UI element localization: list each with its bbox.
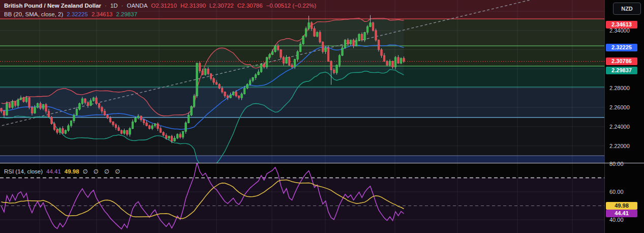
- candle-down: [40, 104, 41, 108]
- candle-down: [3, 111, 5, 115]
- candle-down: [163, 132, 164, 135]
- timeframe-label[interactable]: 1D: [110, 2, 118, 9]
- bb-indicator-title[interactable]: BB (20, SMA, close, 2): [4, 11, 63, 18]
- candle-up: [20, 98, 21, 100]
- candle-up: [204, 69, 206, 75]
- candle-up: [174, 138, 175, 141]
- rsi-ma-value: 49.98: [65, 168, 79, 175]
- candle-down: [202, 71, 203, 75]
- candle-down: [386, 61, 388, 65]
- bb-lower-label: 2.29837: [606, 67, 637, 74]
- candle-up: [70, 121, 72, 126]
- candle-down: [171, 136, 172, 141]
- candle-up: [68, 126, 69, 130]
- bb-lower-value: 2.29837: [116, 11, 137, 18]
- candle-down: [207, 69, 209, 74]
- candle-up: [73, 115, 75, 121]
- candle-down: [392, 61, 393, 67]
- candle-down: [96, 98, 97, 103]
- candle-down: [14, 102, 16, 106]
- candle-down: [314, 28, 315, 36]
- candle-down: [263, 64, 265, 67]
- candle-up: [305, 28, 306, 36]
- candle-down: [224, 92, 226, 96]
- candle-down: [361, 34, 362, 40]
- candle-down: [1, 108, 2, 111]
- candle-down: [23, 98, 24, 102]
- candle-up: [258, 72, 259, 75]
- candle-up: [12, 102, 13, 107]
- candle-up: [241, 94, 242, 98]
- candle-down: [165, 135, 167, 138]
- candle-up: [243, 88, 245, 94]
- price-axis[interactable]: NZD 2.340002.280002.260002.240002.220008…: [604, 0, 644, 233]
- axis-tick: 80.00: [609, 160, 624, 167]
- candle-up: [168, 136, 170, 138]
- exchange-label[interactable]: OANDA: [127, 2, 147, 9]
- candle-down: [118, 128, 119, 131]
- candle-down: [353, 40, 354, 46]
- candle-up: [59, 129, 60, 133]
- candle-down: [403, 59, 405, 62]
- candle-up: [188, 115, 189, 123]
- rsi-legend-row[interactable]: RSI (14, close) 44.41 49.98 ∅ ∅ ∅ ∅: [4, 168, 122, 175]
- candle-down: [48, 111, 49, 117]
- candle-down: [84, 99, 86, 103]
- candle-up: [185, 123, 187, 131]
- candle-up: [135, 118, 136, 122]
- price-pane[interactable]: [0, 0, 605, 168]
- price-chart-canvas[interactable]: [0, 0, 644, 233]
- symbol-title[interactable]: British Pound / New Zealand Dollar: [4, 2, 101, 9]
- candle-up: [17, 100, 19, 105]
- candle-down: [235, 92, 237, 96]
- candle-up: [302, 36, 304, 44]
- currency-toggle-button[interactable]: NZD: [613, 3, 641, 15]
- candle-up: [129, 129, 131, 134]
- candle-down: [9, 104, 10, 108]
- rsi-value-label: 44.41: [606, 210, 637, 217]
- candle-up: [132, 122, 133, 128]
- candle-up: [34, 107, 36, 113]
- candle-down: [126, 130, 128, 134]
- bb-upper-label: 2.34613: [606, 21, 637, 28]
- candle-up: [344, 40, 346, 48]
- rsi-indicator-title[interactable]: RSI (14, close): [4, 168, 43, 175]
- ohlc-low: L2.30722: [209, 2, 234, 9]
- candle-up: [389, 61, 390, 65]
- candle-up: [252, 78, 254, 81]
- candle-up: [37, 104, 38, 108]
- pane-separator[interactable]: [0, 163, 644, 163]
- bb-legend-row[interactable]: BB (20, SMA, close, 2) 2.32225 2.34613 2…: [4, 11, 137, 18]
- trading-chart-root: British Pound / New Zealand Dollar · 1D …: [0, 0, 644, 233]
- candle-up: [90, 101, 91, 105]
- candle-down: [87, 103, 88, 106]
- candle-up: [182, 131, 183, 137]
- candle-down: [311, 23, 312, 28]
- candle-down: [238, 96, 239, 98]
- ohlc-high: H2.31390: [180, 2, 206, 9]
- candle-up: [151, 126, 153, 129]
- candle-up: [394, 57, 396, 67]
- candle-down: [45, 104, 47, 111]
- candle-up: [358, 34, 360, 40]
- axis-tick: 60.00: [609, 188, 624, 195]
- candle-down: [53, 124, 55, 129]
- bb-basis-label: 2.32225: [606, 44, 637, 51]
- symbol-legend-row[interactable]: British Pound / New Zealand Dollar · 1D …: [4, 2, 316, 9]
- rsi-value: 44.41: [46, 168, 61, 175]
- candle-down: [104, 111, 105, 115]
- candle-down: [146, 123, 147, 126]
- candle-down: [107, 115, 108, 118]
- candle-up: [297, 51, 298, 59]
- candle-up: [355, 40, 357, 46]
- candle-down: [319, 33, 321, 42]
- candle-down: [31, 107, 33, 113]
- candle-up: [255, 75, 256, 78]
- candle-down: [210, 74, 211, 78]
- candle-down: [322, 42, 323, 52]
- candle-up: [42, 104, 44, 108]
- candle-up: [342, 48, 343, 55]
- candle-up: [137, 116, 139, 118]
- candle-down: [347, 40, 349, 44]
- candle-down: [51, 117, 52, 124]
